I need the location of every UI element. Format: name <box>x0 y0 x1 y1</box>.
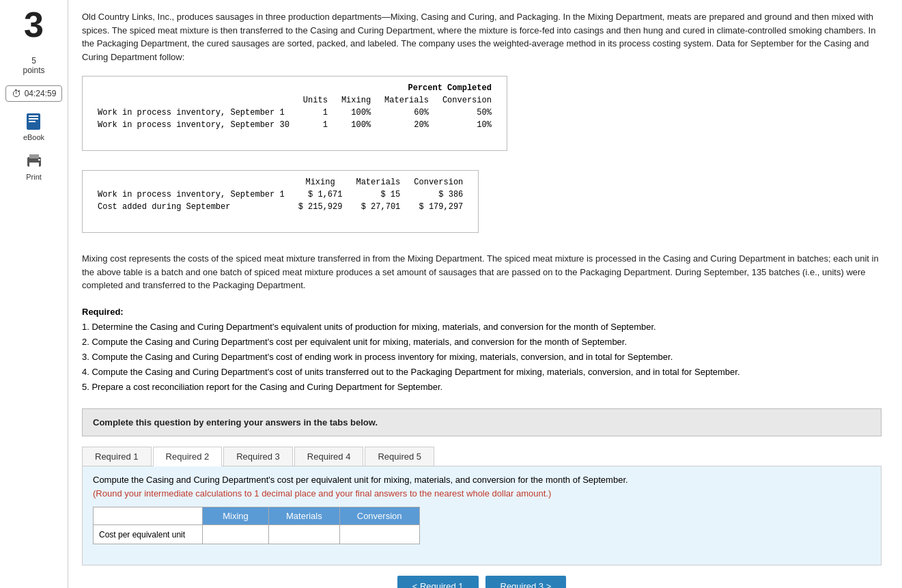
mixing-cell: 100% <box>335 119 378 131</box>
required-item: 5. Prepare a cost reconciliation report … <box>82 380 882 395</box>
answer-col-materials: Materials <box>269 507 340 525</box>
cost-col-materials: Materials <box>349 176 407 188</box>
ebook-label: eBook <box>23 133 44 141</box>
sidebar: 3 5 points ⏱ 04:24:59 eBook P <box>0 0 68 588</box>
required-item: 1. Determine the Casing and Curing Depar… <box>82 320 882 335</box>
units-cell: 1 <box>296 107 335 119</box>
col-conversion-header: Conversion <box>436 94 498 107</box>
table-row: Work in process inventory, September 1 1… <box>91 107 498 119</box>
svg-rect-1 <box>29 115 38 117</box>
prev-button[interactable]: < Required 1 <box>397 576 479 588</box>
required-item: 3. Compute the Casing and Curing Departm… <box>82 350 882 365</box>
units-cell: 1 <box>296 119 335 131</box>
tab-main-text: Compute the Casing and Curing Department… <box>93 475 871 485</box>
conversion-input-cell[interactable] <box>339 525 419 544</box>
answer-col-mixing: Mixing <box>203 507 269 525</box>
conversion-cell: $ 386 <box>407 188 470 201</box>
materials-cell: 20% <box>378 119 436 131</box>
tab-note-text: (Round your intermediate calculations to… <box>93 488 871 499</box>
row-label: Cost added during September <box>91 201 292 213</box>
print-icon <box>25 152 44 171</box>
mixing-input-cell[interactable] <box>203 525 269 544</box>
question-number: 3 <box>24 7 44 42</box>
col-materials-header: Materials <box>378 94 436 107</box>
row-label: Cost per equivalent unit <box>94 525 203 544</box>
timer-icon: ⏱ <box>12 88 21 99</box>
conversion-cell: $ 179,297 <box>407 201 470 213</box>
mixing-cell: $ 215,929 <box>292 201 350 213</box>
materials-cell: $ 27,701 <box>349 201 407 213</box>
row-label: Work in process inventory, September 1 <box>91 107 296 119</box>
svg-rect-3 <box>29 121 36 122</box>
tab-req4[interactable]: Required 4 <box>294 447 364 466</box>
timer-box: ⏱ 04:24:59 <box>5 85 63 102</box>
tab-req3[interactable]: Required 3 <box>223 447 293 466</box>
ebook-icon <box>24 112 43 131</box>
svg-rect-6 <box>29 163 39 168</box>
answer-table: Mixing Materials Conversion Cost per equ… <box>93 507 420 544</box>
table-row: Cost per equivalent unit <box>94 525 420 544</box>
complete-box-text: Complete this question by entering your … <box>93 417 378 428</box>
table-row: Work in process inventory, September 1 $… <box>91 188 470 201</box>
cost-col-conversion: Conversion <box>407 176 470 188</box>
table-row: Work in process inventory, September 30 … <box>91 119 498 131</box>
problem-text: Old Country Links, Inc., produces sausag… <box>82 10 882 64</box>
mixing-input[interactable] <box>208 528 263 541</box>
svg-rect-5 <box>29 154 39 158</box>
required-item: 2. Compute the Casing and Curing Departm… <box>82 335 882 350</box>
conversion-cell: 50% <box>436 107 498 119</box>
conversion-input[interactable] <box>346 528 400 541</box>
table1-container: Percent Completed Units Mixing Materials… <box>82 76 507 151</box>
print-label: Print <box>26 173 42 181</box>
materials-input[interactable] <box>274 528 329 541</box>
table-row: Cost added during September $ 215,929 $ … <box>91 201 470 213</box>
timer-value: 04:24:59 <box>25 89 57 98</box>
tab-content: Compute the Casing and Curing Department… <box>82 466 882 565</box>
tab-req2[interactable]: Required 2 <box>153 447 223 466</box>
conversion-cell: 10% <box>436 119 498 131</box>
materials-cell: 60% <box>378 107 436 119</box>
cost-col-mixing: Mixing <box>292 176 350 188</box>
required-section: Required: 1. Determine the Casing and Cu… <box>82 305 882 395</box>
main-content: Old Country Links, Inc., produces sausag… <box>68 0 902 588</box>
mixing-cost-text: Mixing cost represents the costs of the … <box>82 252 882 292</box>
nav-buttons: < Required 1 Required 3 > <box>82 576 882 588</box>
next-button[interactable]: Required 3 > <box>485 576 567 588</box>
materials-cell: $ 15 <box>349 188 407 201</box>
answer-col-conversion: Conversion <box>339 507 419 525</box>
svg-rect-2 <box>29 118 38 120</box>
ebook-button[interactable]: eBook <box>23 112 44 141</box>
row-label: Work in process inventory, September 30 <box>91 119 296 131</box>
costs-table: Mixing Materials Conversion Work in proc… <box>91 176 470 213</box>
percent-completed-table: Percent Completed Units Mixing Materials… <box>91 82 498 131</box>
points-label: 5 points <box>23 56 44 75</box>
svg-rect-7 <box>38 159 40 160</box>
tab-req5[interactable]: Required 5 <box>365 447 434 466</box>
col-units-header: Units <box>296 94 335 107</box>
col-mixing-header: Mixing <box>335 94 378 107</box>
table2-container: Mixing Materials Conversion Work in proc… <box>82 170 479 233</box>
mixing-cell: $ 1,671 <box>292 188 350 201</box>
required-title: Required: <box>82 305 882 320</box>
required-item: 4. Compute the Casing and Curing Departm… <box>82 365 882 380</box>
materials-input-cell[interactable] <box>269 525 340 544</box>
print-button[interactable]: Print <box>25 152 44 181</box>
percent-completed-header: Percent Completed <box>335 82 498 94</box>
row-label: Work in process inventory, September 1 <box>91 188 292 201</box>
mixing-cell: 100% <box>335 107 378 119</box>
complete-box: Complete this question by entering your … <box>82 408 882 436</box>
tabs-container: Required 1Required 2Required 3Required 4… <box>82 447 882 466</box>
tab-req1[interactable]: Required 1 <box>82 447 152 466</box>
